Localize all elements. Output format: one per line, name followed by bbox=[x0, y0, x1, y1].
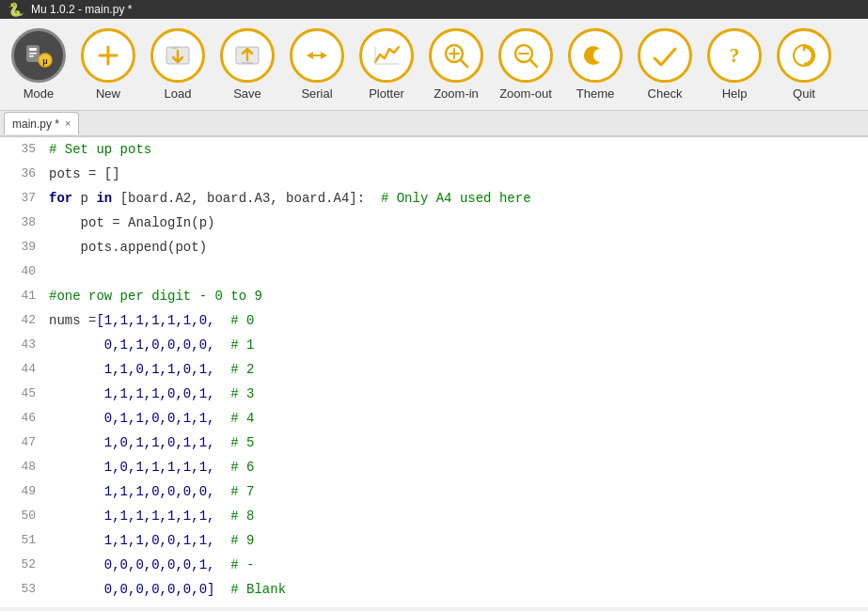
table-row: 35 # Set up pots bbox=[0, 137, 868, 162]
line-number: 48 bbox=[0, 455, 47, 479]
svg-line-19 bbox=[461, 60, 467, 67]
title-bar: 🐍 Mu 1.0.2 - main.py * bbox=[0, 0, 868, 19]
line-content: 0,0,0,0,0,0,1, # - bbox=[47, 553, 868, 577]
table-row: 52 0,0,0,0,0,0,1, # - bbox=[0, 553, 868, 577]
help-icon: ? bbox=[707, 28, 762, 83]
line-number: 38 bbox=[0, 211, 47, 235]
theme-button[interactable]: Theme bbox=[560, 24, 630, 104]
line-content: 1,0,1,1,1,1,1, # 6 bbox=[47, 455, 868, 479]
load-button[interactable]: Load bbox=[143, 24, 213, 104]
table-row: 51 1,1,1,0,0,1,1, # 9 bbox=[0, 528, 868, 553]
check-label: Check bbox=[648, 86, 683, 101]
line-content: # Set up pots bbox=[47, 137, 868, 162]
table-row: 45 1,1,1,1,0,0,1, # 3 bbox=[0, 382, 868, 406]
new-icon bbox=[81, 28, 135, 83]
line-number: 52 bbox=[0, 553, 47, 577]
line-content: #one row per digit - 0 to 9 bbox=[47, 284, 868, 308]
new-label: New bbox=[96, 86, 120, 101]
app-icon: 🐍 bbox=[8, 2, 24, 17]
table-row: 49 1,1,1,0,0,0,0, # 7 bbox=[0, 479, 868, 504]
line-number: 53 bbox=[0, 577, 47, 602]
line-content: pots.append(pot) bbox=[47, 235, 868, 259]
line-number: 46 bbox=[0, 406, 47, 431]
tab-bar: main.py * × bbox=[0, 111, 868, 137]
line-number: 35 bbox=[0, 137, 47, 162]
plotter-button[interactable]: Plotter bbox=[352, 24, 421, 104]
line-number: 39 bbox=[0, 235, 47, 259]
line-content: 1,1,1,0,0,1,1, # 9 bbox=[47, 528, 868, 553]
table-row: 41 #one row per digit - 0 to 9 bbox=[0, 284, 868, 308]
line-number: 44 bbox=[0, 357, 47, 382]
zoom-out-button[interactable]: Zoom-out bbox=[491, 24, 560, 104]
serial-label: Serial bbox=[301, 86, 332, 101]
tab-label: main.py * bbox=[12, 118, 59, 131]
line-content: 0,1,1,0,0,0,0, # 1 bbox=[47, 333, 868, 357]
mode-button[interactable]: μ Mode bbox=[4, 24, 73, 104]
svg-text:?: ? bbox=[730, 43, 740, 67]
table-row: 44 1,1,0,1,1,0,1, # 2 bbox=[0, 357, 868, 382]
table-row: 53 0,0,0,0,0,0,0] # Blank bbox=[0, 577, 868, 602]
line-content: 0,0,0,0,0,0,0] # Blank bbox=[47, 577, 868, 602]
help-label: Help bbox=[722, 86, 748, 101]
table-row: 38 pot = AnalogIn(p) bbox=[0, 211, 868, 235]
main-tab[interactable]: main.py * × bbox=[4, 112, 79, 134]
code-editor[interactable]: 35 # Set up pots 36 pots = [] 37 for p i… bbox=[0, 137, 868, 607]
table-row: 46 0,1,1,0,0,1,1, # 4 bbox=[0, 406, 868, 431]
quit-label: Quit bbox=[793, 86, 815, 101]
table-row: 36 pots = [] bbox=[0, 162, 868, 186]
serial-icon bbox=[290, 28, 344, 83]
save-icon bbox=[220, 28, 275, 83]
tab-close-button[interactable]: × bbox=[65, 118, 71, 129]
line-number: 37 bbox=[0, 186, 47, 211]
window-title: Mu 1.0.2 - main.py * bbox=[31, 3, 132, 16]
svg-rect-3 bbox=[29, 55, 34, 57]
table-row: 37 for p in [board.A2, board.A3, board.A… bbox=[0, 186, 868, 211]
line-number: 43 bbox=[0, 333, 47, 357]
new-button[interactable]: New bbox=[73, 24, 143, 104]
line-number: 41 bbox=[0, 284, 47, 308]
line-number: 50 bbox=[0, 504, 47, 528]
theme-label: Theme bbox=[576, 86, 614, 101]
mode-label: Mode bbox=[24, 86, 55, 101]
serial-button[interactable]: Serial bbox=[282, 24, 352, 104]
plotter-icon bbox=[359, 28, 414, 83]
line-number: 36 bbox=[0, 162, 47, 186]
svg-line-22 bbox=[530, 60, 537, 67]
load-icon bbox=[150, 28, 205, 83]
svg-rect-2 bbox=[29, 53, 37, 55]
line-content: pot = AnalogIn(p) bbox=[47, 211, 868, 235]
table-row: 40 bbox=[0, 259, 868, 284]
theme-icon bbox=[568, 28, 623, 83]
table-row: 39 pots.append(pot) bbox=[0, 235, 868, 259]
zoom-out-icon bbox=[498, 28, 553, 83]
zoom-in-button[interactable]: Zoom-in bbox=[421, 24, 491, 104]
line-number: 40 bbox=[0, 259, 47, 284]
help-button[interactable]: ? Help bbox=[700, 24, 769, 104]
table-row: 42 nums =[1,1,1,1,1,1,0, # 0 bbox=[0, 308, 868, 333]
quit-button[interactable]: Quit bbox=[769, 24, 839, 104]
toolbar: μ Mode New Load bbox=[0, 19, 868, 111]
line-content: pots = [] bbox=[47, 162, 868, 186]
table-row: 43 0,1,1,0,0,0,0, # 1 bbox=[0, 333, 868, 357]
line-content: nums =[1,1,1,1,1,1,0, # 0 bbox=[47, 308, 868, 333]
line-content: 1,1,0,1,1,0,1, # 2 bbox=[47, 357, 868, 382]
line-content: 1,1,1,0,0,0,0, # 7 bbox=[47, 479, 868, 504]
line-content: 1,1,1,1,0,0,1, # 3 bbox=[47, 382, 868, 406]
save-label: Save bbox=[233, 86, 261, 101]
load-label: Load bbox=[165, 86, 192, 101]
line-content: for p in [board.A2, board.A3, board.A4]:… bbox=[47, 186, 868, 211]
check-icon bbox=[638, 28, 692, 83]
line-number: 45 bbox=[0, 382, 47, 406]
zoom-in-icon bbox=[429, 28, 483, 83]
line-content: 0,1,1,0,0,1,1, # 4 bbox=[47, 406, 868, 431]
check-button[interactable]: Check bbox=[630, 24, 700, 104]
svg-text:μ: μ bbox=[42, 56, 48, 66]
zoom-in-label: Zoom-in bbox=[434, 86, 479, 101]
table-row: 48 1,0,1,1,1,1,1, # 6 bbox=[0, 455, 868, 479]
save-button[interactable]: Save bbox=[213, 24, 282, 104]
line-number: 49 bbox=[0, 479, 47, 504]
line-number: 42 bbox=[0, 308, 47, 333]
table-row: 47 1,0,1,1,0,1,1, # 5 bbox=[0, 431, 868, 455]
line-content: 1,0,1,1,0,1,1, # 5 bbox=[47, 431, 868, 455]
line-content: 1,1,1,1,1,1,1, # 8 bbox=[47, 504, 868, 528]
